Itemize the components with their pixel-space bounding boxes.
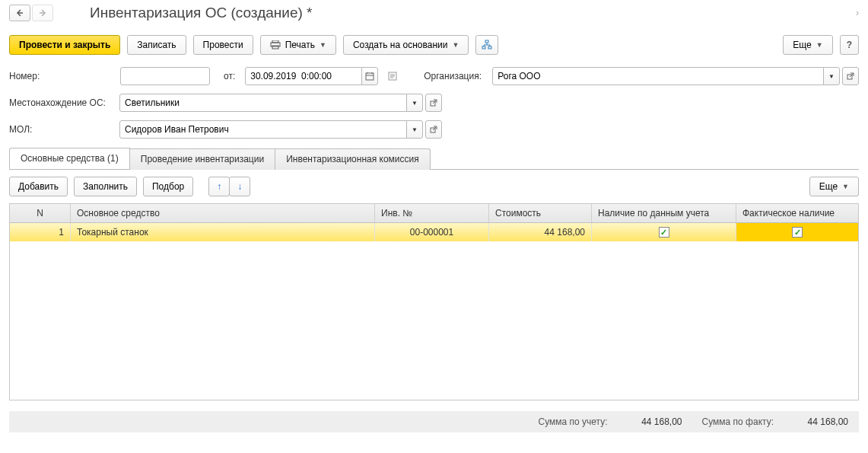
col-n[interactable]: N [10,204,71,222]
org-label: Организация: [424,71,486,81]
fact-total-value: 44 168,00 [780,416,848,427]
command-bar: Провести и закрыть Записать Провести Печ… [9,35,859,55]
svg-rect-8 [366,73,374,80]
caret-down-icon: ▼ [412,100,418,107]
col-cost[interactable]: Стоимость [489,204,592,222]
caret-down-icon: ▼ [320,41,326,49]
cell-inv: 00-000001 [375,223,489,241]
caret-down-icon: ▼ [452,41,459,49]
caret-down-icon: ▼ [828,73,835,80]
collapse-arrow-icon[interactable]: › [856,8,859,18]
acct-total-label: Сумма по учету: [539,416,608,427]
from-label: от: [224,71,235,81]
tabstrip: Основные средства (1) Проведение инвента… [9,148,859,170]
cell-fact: ✓ [736,223,858,241]
mol-open-button[interactable] [425,120,442,139]
calendar-icon [365,72,374,81]
add-button[interactable]: Добавить [9,177,68,196]
caret-down-icon: ▼ [412,126,418,133]
location-dropdown-button[interactable]: ▼ [406,94,423,112]
mol-label: МОЛ: [9,124,113,135]
calendar-button[interactable] [361,67,378,85]
table-row[interactable]: 1 Токарный станок 00-000001 44 168,00 ✓ … [10,223,858,241]
cell-asset: Токарный станок [71,223,375,241]
number-label: Номер: [9,71,46,81]
fact-total-label: Сумма по факту: [702,416,774,427]
topbar: Инвентаризация ОС (создание) * › [9,5,859,21]
row-number: Номер: от: Организация: ▼ [9,67,859,85]
open-external-icon [430,126,437,133]
totals-footer: Сумма по учету: 44 168,00 Сумма по факту… [9,411,859,432]
location-open-button[interactable] [425,94,442,112]
caret-down-icon: ▼ [816,41,823,49]
row-mol: МОЛ: ▼ [9,120,859,139]
fill-button[interactable]: Заполнить [74,177,137,196]
help-button[interactable]: ? [840,35,859,55]
checkbox-checked-icon[interactable]: ✓ [792,227,803,238]
org-input[interactable] [492,67,824,85]
acct-total-value: 44 168,00 [614,416,682,427]
location-label: Местонахождение ОС: [9,97,113,108]
tab-inventory[interactable]: Проведение инвентаризации [129,148,275,170]
print-button[interactable]: Печать ▼ [260,35,336,55]
tab-more-label: Еще [819,181,838,192]
location-field: ▼ [119,94,442,112]
col-acct[interactable]: Наличие по данным учета [592,204,736,222]
location-input[interactable] [119,94,407,112]
move-down-button[interactable]: ↓ [229,177,250,196]
create-based-label: Создать на основании [353,40,448,50]
svg-rect-5 [485,40,488,43]
move-up-button[interactable]: ↑ [208,177,230,196]
tab-command-bar: Добавить Заполнить Подбор ↑ ↓ Еще ▼ [9,170,859,203]
row-location: Местонахождение ОС: ▼ [9,94,859,112]
more-button[interactable]: Еще ▼ [783,35,832,55]
table-body[interactable]: 1 Токарный станок 00-000001 44 168,00 ✓ … [10,223,858,400]
svg-rect-7 [488,46,491,49]
open-external-icon [430,99,437,107]
mol-input[interactable] [119,120,407,139]
org-open-button[interactable] [842,67,859,85]
note-icon [388,72,397,81]
post-button[interactable]: Провести [193,35,253,55]
create-based-on-button[interactable]: Создать на основании ▼ [343,35,469,55]
save-button[interactable]: Записать [127,35,186,55]
more-label: Еще [793,40,811,50]
nav-back-button[interactable] [9,5,30,21]
nav-forward-button[interactable] [32,5,53,21]
org-field: ▼ [492,67,859,85]
date-field [245,67,378,85]
arrow-left-icon [16,9,24,17]
svg-rect-6 [482,46,485,49]
tab-commission[interactable]: Инвентаризационная комиссия [275,148,431,170]
org-dropdown-button[interactable]: ▼ [823,67,840,85]
select-button[interactable]: Подбор [143,177,193,196]
arrow-right-icon [39,9,46,17]
date-input[interactable] [245,67,362,85]
tab-more-button[interactable]: Еще ▼ [809,177,859,196]
arrow-down-icon: ↓ [237,181,242,192]
cell-n: 1 [10,223,71,241]
note-icon-button[interactable] [384,67,401,85]
checkbox-checked-icon[interactable]: ✓ [659,227,669,238]
caret-down-icon: ▼ [842,183,849,190]
hierarchy-icon [482,40,492,50]
tab-assets[interactable]: Основные средства (1) [9,148,130,169]
cell-cost: 44 168,00 [489,223,592,241]
cell-acct: ✓ [592,223,736,241]
mol-dropdown-button[interactable]: ▼ [406,120,423,139]
printer-icon [270,40,281,49]
mol-field: ▼ [119,120,442,139]
arrow-up-icon: ↑ [217,181,221,192]
page-title: Инвентаризация ОС (создание) * [90,5,312,21]
open-external-icon [847,72,854,80]
table-header: N Основное средство Инв. № Стоимость Нал… [10,204,858,223]
col-asset[interactable]: Основное средство [71,204,375,222]
number-input[interactable] [120,67,210,85]
assets-table: N Основное средство Инв. № Стоимость Нал… [9,203,859,400]
col-fact[interactable]: Фактическое наличие [736,204,858,222]
col-inv[interactable]: Инв. № [375,204,489,222]
print-label: Печать [285,40,315,50]
structure-button[interactable] [475,35,498,55]
post-and-close-button[interactable]: Провести и закрыть [9,35,120,55]
